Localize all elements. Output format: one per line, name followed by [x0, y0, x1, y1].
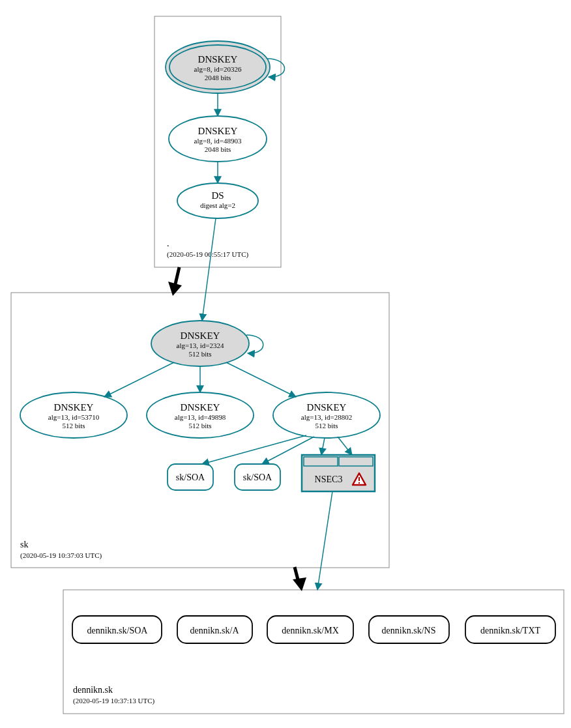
svg-text:DNSKEY: DNSKEY [181, 402, 220, 413]
svg-text:2048 bits: 2048 bits [205, 74, 231, 81]
svg-text:512 bits: 512 bits [188, 422, 211, 430]
dnssec-graph: . (2020-05-19 06:55:17 UTC) DNSKEY alg=8… [0, 0, 571, 728]
edge-skksk-k3 [226, 362, 296, 397]
svg-text:DNSKEY: DNSKEY [54, 402, 94, 413]
zone-domain-label: dennikn.sk [73, 685, 113, 695]
sk-key2-node: DNSKEY alg=13, id=49898 512 bits [147, 392, 254, 438]
svg-text:alg=8, id=48903: alg=8, id=48903 [194, 137, 242, 145]
edge-k3-nsec-a [321, 438, 325, 455]
svg-rect-36 [359, 477, 360, 481]
delegation-arrow-sk-domain [293, 567, 306, 591]
svg-rect-37 [359, 482, 360, 484]
root-zsk-node: DNSKEY alg=8, id=48903 2048 bits [169, 116, 267, 162]
svg-text:dennikn.sk/A: dennikn.sk/A [190, 626, 239, 635]
svg-text:dennikn.sk/NS: dennikn.sk/NS [382, 626, 436, 635]
zone-sk-label: sk [20, 540, 28, 549]
svg-text:DNSKEY: DNSKEY [198, 54, 238, 65]
sk-key1-node: DNSKEY alg=13, id=53710 512 bits [20, 392, 127, 438]
edge-k3-soa1 [202, 435, 306, 464]
svg-text:digest alg=2: digest alg=2 [200, 201, 235, 209]
domain-rec-txt: dennikn.sk/TXT [465, 616, 555, 643]
zone-root-ts: (2020-05-19 06:55:17 UTC) [167, 250, 249, 259]
svg-point-9 [177, 183, 258, 218]
svg-text:DNSKEY: DNSKEY [307, 402, 347, 413]
zone-root-label: . [167, 239, 169, 248]
svg-rect-33 [304, 457, 338, 466]
svg-text:alg=13, id=28802: alg=13, id=28802 [301, 413, 352, 421]
root-ksk-node: DNSKEY alg=8, id=20326 2048 bits [166, 41, 270, 93]
svg-rect-34 [339, 457, 373, 466]
svg-text:512 bits: 512 bits [188, 350, 211, 358]
sk-nsec3-node: NSEC3 [302, 455, 375, 491]
sk-soa2-node: sk/SOA [235, 464, 280, 490]
svg-text:dennikn.sk/SOA: dennikn.sk/SOA [87, 626, 149, 635]
svg-text:alg=8, id=20326: alg=8, id=20326 [194, 65, 242, 73]
svg-text:DS: DS [211, 190, 224, 201]
delegation-arrow-root-sk [168, 267, 182, 296]
sk-soa1-node: sk/SOA [168, 464, 213, 490]
zone-domain-ts: (2020-05-19 10:37:13 UTC) [73, 697, 155, 705]
svg-text:NSEC3: NSEC3 [315, 474, 343, 484]
edge-ds-skksk [202, 218, 216, 321]
svg-text:alg=13, id=2324: alg=13, id=2324 [177, 342, 224, 349]
domain-rec-a: dennikn.sk/A [177, 616, 252, 643]
edge-nsec-domain [317, 491, 332, 590]
domain-rec-mx: dennikn.sk/MX [267, 616, 353, 643]
svg-text:sk/SOA: sk/SOA [243, 473, 272, 482]
svg-text:dennikn.sk/TXT: dennikn.sk/TXT [480, 626, 541, 635]
svg-text:sk/SOA: sk/SOA [176, 473, 205, 482]
sk-key3-node: DNSKEY alg=13, id=28802 512 bits [273, 392, 380, 438]
edge-skksk-k1 [104, 362, 174, 397]
svg-text:DNSKEY: DNSKEY [181, 330, 220, 341]
svg-text:alg=13, id=49898: alg=13, id=49898 [175, 413, 226, 421]
zone-domain-box [63, 590, 564, 714]
svg-text:DNSKEY: DNSKEY [198, 126, 238, 136]
root-ds-node: DS digest alg=2 [177, 183, 258, 218]
svg-text:512 bits: 512 bits [315, 422, 338, 430]
domain-rec-soa: dennikn.sk/SOA [72, 616, 162, 643]
svg-text:512 bits: 512 bits [62, 422, 85, 430]
domain-rec-ns: dennikn.sk/NS [369, 616, 449, 643]
svg-text:dennikn.sk/MX: dennikn.sk/MX [282, 626, 339, 635]
svg-text:alg=13, id=53710: alg=13, id=53710 [48, 413, 100, 421]
zone-sk-ts: (2020-05-19 10:37:03 UTC) [20, 551, 102, 560]
svg-text:2048 bits: 2048 bits [205, 145, 231, 153]
edge-k3-nsec-b [338, 437, 352, 455]
sk-ksk-node: DNSKEY alg=13, id=2324 512 bits [151, 321, 249, 366]
